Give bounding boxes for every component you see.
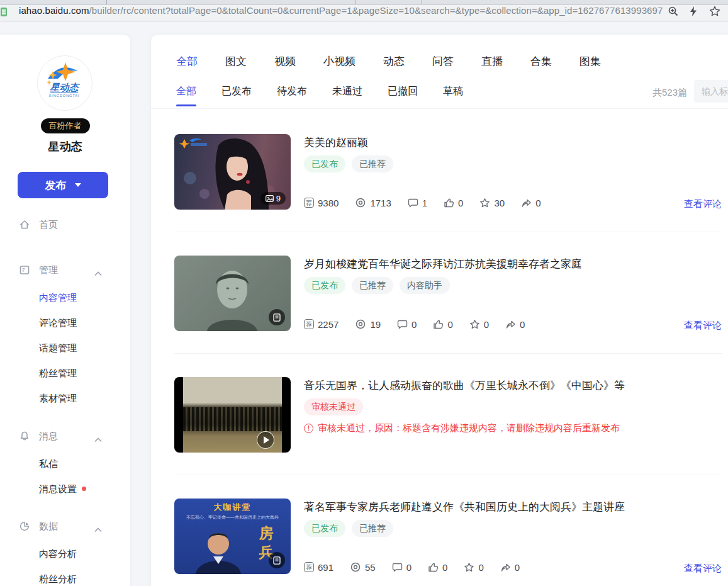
stat-comments: 0: [392, 562, 412, 573]
like-thumb-icon: [433, 319, 444, 330]
tab-gallery[interactable]: 图集: [580, 54, 601, 69]
stat-shares: 0: [521, 198, 540, 208]
tab-collection[interactable]: 合集: [530, 54, 552, 69]
sidebar: 星动态 XINGDONGTAI 百粉作者 星动态 发布 首页 管理 内容管理 评…: [0, 35, 130, 586]
zoom-icon[interactable]: [668, 6, 679, 17]
views-eye-icon: [355, 197, 366, 208]
stat-recommend: 荐691: [304, 562, 333, 573]
sidebar-section-manage[interactable]: 管理: [0, 264, 130, 278]
chevron-up-icon: [94, 524, 102, 535]
bookmark-star-icon[interactable]: [709, 6, 720, 17]
tab-video[interactable]: 视频: [274, 54, 296, 69]
share-arrow-icon: [521, 198, 532, 208]
status-tag: 内容助手: [400, 277, 450, 294]
tab-separator: [422, 0, 422, 4]
sidebar-item-fans-analysis[interactable]: 粉丝分析: [39, 573, 77, 586]
document-icon: [19, 264, 30, 276]
item-title[interactable]: 音乐无国界，让人感动振奋的歌曲《万里长城永不倒》《中国心》等: [304, 378, 715, 393]
filter-rejected[interactable]: 未通过: [332, 85, 362, 98]
sidebar-item-comment-manage[interactable]: 评论管理: [39, 317, 77, 330]
page-security-icon: [1, 8, 7, 16]
sidebar-item-home[interactable]: 首页: [0, 218, 130, 232]
browser-address-bar[interactable]: iahao.baidu.com/builder/rc/content?total…: [0, 0, 728, 21]
divider: [174, 353, 722, 354]
item-thumbnail[interactable]: 大咖讲堂 不忘初心、牢记使命——共和国历史上的大阅兵 房兵: [174, 499, 291, 574]
stat-comments: 0: [397, 319, 417, 330]
item-title[interactable]: 著名军事专家房兵老师赴遵义作《共和国历史上的大阅兵》主题讲座: [304, 500, 715, 515]
article-icon: [273, 556, 281, 565]
sidebar-section-data[interactable]: 数据: [0, 520, 130, 534]
svg-text:XINGDONGTAI: XINGDONGTAI: [48, 94, 79, 98]
author-level-badge: 百粉作者: [0, 118, 130, 133]
tab-dynamic[interactable]: 动态: [383, 54, 405, 69]
item-tags: 已发布 已推荐: [304, 520, 393, 537]
tab-article[interactable]: 图文: [225, 54, 247, 69]
url-domain: iahao.baidu.com: [19, 5, 89, 16]
sidebar-item-content-manage[interactable]: 内容管理: [39, 292, 77, 305]
filter-draft[interactable]: 草稿: [443, 85, 463, 98]
filter-published[interactable]: 已发布: [221, 85, 252, 98]
stat-recommend: 荐2257: [304, 319, 339, 330]
sidebar-item-private-message[interactable]: 私信: [39, 458, 58, 471]
sidebar-item-topic-manage[interactable]: 话题管理: [39, 342, 77, 355]
url-path: /builder/rc/content?totalPage=0&totalCou…: [89, 5, 663, 16]
tab-live[interactable]: 直播: [481, 54, 503, 69]
browser-tab-strip: [0, 0, 728, 5]
tab-separator: [106, 0, 107, 4]
search-input[interactable]: [694, 80, 728, 103]
article-badge: [269, 552, 285, 568]
content-type-tabs: 全部 图文 视频 小视频 动态 问答 直播 合集 图集: [176, 54, 601, 69]
status-tag: 审核未通过: [304, 398, 363, 415]
recommend-badge-icon: 荐: [304, 198, 314, 208]
item-title[interactable]: 岁月如梭建党百年华诞之际拜访江苏抗美援朝幸存者之家庭: [304, 257, 715, 272]
view-comments-link[interactable]: 查看评论: [684, 320, 722, 332]
like-thumb-icon: [428, 562, 439, 573]
warning-text: 审核未通过，原因：标题含有涉嫌违规内容，请删除违规内容后重新发布: [318, 422, 620, 434]
sidebar-item-content-analysis[interactable]: 内容分析: [39, 548, 77, 561]
home-icon: [19, 219, 30, 230]
flash-icon[interactable]: [688, 6, 699, 17]
publish-label: 发布: [45, 178, 67, 193]
stat-favorites: 30: [479, 198, 505, 208]
sidebar-item-fans-manage[interactable]: 粉丝管理: [39, 368, 77, 380]
tab-qa[interactable]: 问答: [432, 54, 454, 69]
favorite-star-icon: [469, 319, 480, 330]
item-thumbnail[interactable]: [174, 377, 291, 453]
tab-short-video[interactable]: 小视频: [323, 54, 356, 69]
favorite-star-icon: [479, 198, 490, 208]
stat-recommend: 荐9380: [304, 198, 339, 208]
bell-icon: [19, 431, 30, 442]
tab-all[interactable]: 全部: [176, 54, 198, 69]
comment-bubble-icon: [408, 198, 418, 208]
sidebar-item-label: 首页: [39, 219, 58, 231]
stat-views: 1713: [355, 197, 391, 208]
recommend-badge-icon: 荐: [304, 562, 314, 572]
item-title[interactable]: 美美的赵丽颖: [304, 135, 715, 150]
stat-likes: 0: [433, 319, 452, 330]
stat-views: 55: [350, 561, 376, 573]
avatar[interactable]: 星动态 XINGDONGTAI: [37, 55, 92, 111]
sidebar-section-message[interactable]: 消息: [0, 430, 130, 444]
view-comments-link[interactable]: 查看评论: [684, 563, 722, 575]
publish-button[interactable]: 发布: [18, 172, 108, 198]
status-tag: 已发布: [304, 277, 345, 294]
stat-views: 19: [355, 318, 381, 330]
main-content: 全部 图文 视频 小视频 动态 问答 直播 合集 图集 全部 已发布 待发布 未…: [151, 35, 728, 586]
image-count: 9: [276, 194, 281, 203]
item-thumbnail[interactable]: 9: [174, 134, 291, 210]
share-arrow-icon: [500, 562, 511, 573]
stat-shares: 0: [505, 319, 525, 330]
item-tags: 审核未通过: [304, 398, 363, 415]
filter-pending[interactable]: 待发布: [277, 85, 307, 98]
view-comments-link[interactable]: 查看评论: [684, 198, 722, 210]
filter-all[interactable]: 全部: [176, 85, 196, 98]
sidebar-item-material-manage[interactable]: 素材管理: [39, 393, 77, 405]
filter-withdrawn[interactable]: 已撤回: [388, 85, 418, 98]
status-tag: 已推荐: [352, 155, 393, 172]
sidebar-item-message-settings[interactable]: 消息设置: [39, 483, 86, 496]
sidebar-section-label: 消息: [39, 431, 58, 442]
item-thumbnail[interactable]: [174, 256, 291, 331]
warning-icon: [304, 424, 313, 433]
url-text[interactable]: iahao.baidu.com/builder/rc/content?total…: [19, 5, 663, 16]
stat-favorites: 0: [469, 319, 489, 330]
